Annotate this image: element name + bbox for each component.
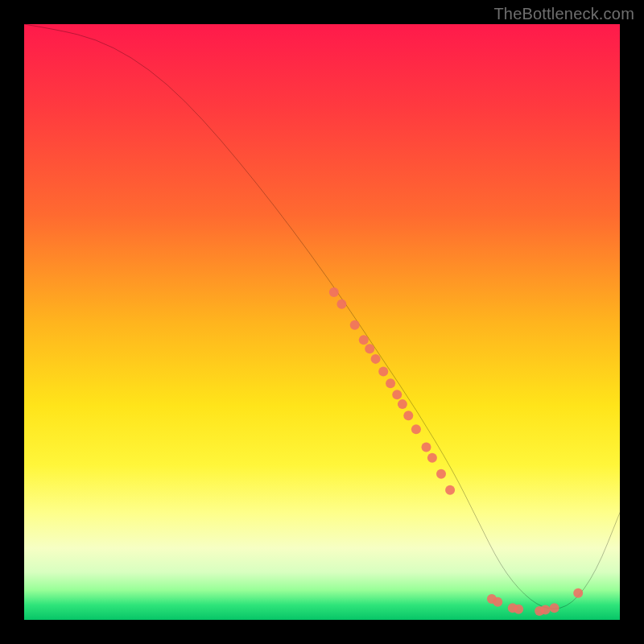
scatter-point [329,287,339,297]
scatter-group [329,287,583,616]
scatter-point [427,453,437,463]
scatter-point [493,597,502,607]
chart-plot-area [24,24,620,620]
scatter-point [573,588,583,598]
scatter-point [403,411,413,420]
scatter-point [359,335,369,345]
scatter-point [422,442,431,452]
scatter-point [378,366,388,376]
watermark-text: TheBottleneck.com [493,5,634,23]
scatter-point [398,399,407,409]
chart-svg [24,24,620,620]
scatter-point [445,485,455,495]
scatter-point [436,469,446,479]
scatter-point [541,605,551,614]
scatter-point [350,320,360,330]
scatter-point [371,354,381,364]
scatter-point [392,390,402,399]
scatter-point [550,603,559,613]
scatter-point [411,424,421,434]
scatter-point [514,605,523,614]
scatter-point [365,344,374,353]
scatter-point [336,299,346,309]
scatter-point [386,378,395,388]
chart-stage: TheBottleneck.com [0,0,644,644]
curve-line [24,24,620,609]
